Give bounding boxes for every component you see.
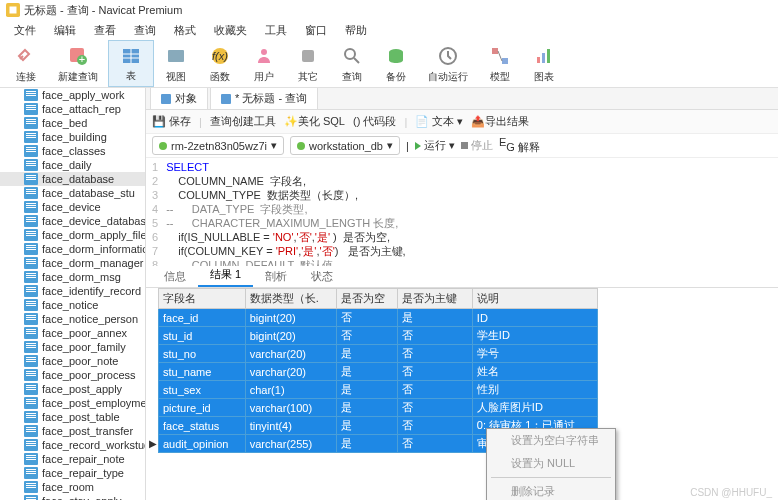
menu-tools[interactable]: 工具 xyxy=(257,21,295,40)
tree-item-face_post_transfer[interactable]: face_post_transfer xyxy=(0,424,145,438)
tree-item-face_database_stu[interactable]: face_database_stu xyxy=(0,186,145,200)
rtab-status[interactable]: 状态 xyxy=(299,266,345,287)
tree-item-face_database[interactable]: face_database xyxy=(0,172,145,186)
table-icon xyxy=(24,313,38,325)
beautify-button[interactable]: ✨美化 SQL xyxy=(284,114,345,129)
tree-item-face_bed[interactable]: face_bed xyxy=(0,116,145,130)
menu-view[interactable]: 查看 xyxy=(86,21,124,40)
db-select[interactable]: workstation_db▾ xyxy=(290,136,400,155)
svg-point-11 xyxy=(261,49,267,55)
table-row[interactable]: stu_sexchar(1)是否性别 xyxy=(159,381,598,399)
stop-button[interactable]: 停止 xyxy=(461,138,493,153)
table-icon xyxy=(24,117,38,129)
table-icon xyxy=(24,341,38,353)
tree-item-face_poor_process[interactable]: face_poor_process xyxy=(0,368,145,382)
rtab-profile[interactable]: 剖析 xyxy=(253,266,299,287)
col-header[interactable]: 说明 xyxy=(472,289,597,309)
other-button[interactable]: 其它 xyxy=(286,40,330,87)
plug-icon xyxy=(15,45,37,67)
table-icon xyxy=(24,271,38,283)
explain-button[interactable]: EG 解释 xyxy=(499,136,540,155)
table-row[interactable]: stu_novarchar(20)是否学号 xyxy=(159,345,598,363)
function-button[interactable]: f(x)函数 xyxy=(198,40,242,87)
tree-item-face_apply_work[interactable]: face_apply_work xyxy=(0,88,145,102)
backup-button[interactable]: 备份 xyxy=(374,40,418,87)
query-builder-button[interactable]: 查询创建工具 xyxy=(210,114,276,129)
menu-help[interactable]: 帮助 xyxy=(337,21,375,40)
result-grid[interactable]: 字段名数据类型（长.是否为空是否为主键说明face_idbigint(20)否是… xyxy=(146,288,778,453)
text-button[interactable]: 📄 文本 ▾ xyxy=(415,114,463,129)
tree-item-face_device[interactable]: face_device xyxy=(0,200,145,214)
server-select[interactable]: rm-2zetn83n05wz7i▾ xyxy=(152,136,284,155)
view-button[interactable]: 视图 xyxy=(154,40,198,87)
table-row[interactable]: face_idbigint(20)否是ID xyxy=(159,309,598,327)
tree-item-face_post_table[interactable]: face_post_table xyxy=(0,410,145,424)
user-button[interactable]: 用户 xyxy=(242,40,286,87)
tree-item-face_identify_record[interactable]: face_identify_record xyxy=(0,284,145,298)
menu-edit[interactable]: 编辑 xyxy=(46,21,84,40)
menu-format[interactable]: 格式 xyxy=(166,21,204,40)
table-row[interactable]: picture_idvarchar(100)是否人脸库图片ID xyxy=(159,399,598,417)
save-button[interactable]: 💾 保存 xyxy=(152,114,191,129)
table-icon xyxy=(24,411,38,423)
connection-row: rm-2zetn83n05wz7i▾ workstation_db▾ | 运行 … xyxy=(146,134,778,158)
tree-item-face_attach_rep[interactable]: face_attach_rep xyxy=(0,102,145,116)
table-row[interactable]: stu_namevarchar(20)是否姓名 xyxy=(159,363,598,381)
tree-item-face_poor_family[interactable]: face_poor_family xyxy=(0,340,145,354)
run-button[interactable]: 运行 ▾ xyxy=(415,138,455,153)
ctx-set-blank[interactable]: 设置为空白字符串 xyxy=(487,429,615,452)
tab-query[interactable]: * 无标题 - 查询 xyxy=(210,88,318,109)
autorun-button[interactable]: 自动运行 xyxy=(418,40,478,87)
query-button[interactable]: 查询 xyxy=(330,40,374,87)
menu-query[interactable]: 查询 xyxy=(126,21,164,40)
tree-item-face_poor_note[interactable]: face_poor_note xyxy=(0,354,145,368)
sql-editor[interactable]: 1 2 3 4 5 6 7 8 9SELECT COLUMN_NAME 字段名,… xyxy=(146,158,778,266)
ctx-delete[interactable]: 删除记录 xyxy=(487,480,615,500)
tree-item-face_dorm_msg[interactable]: face_dorm_msg xyxy=(0,270,145,284)
tree-item-face_record_workstudy[interactable]: face_record_workstudy xyxy=(0,438,145,452)
connect-button[interactable]: 连接 xyxy=(4,40,48,87)
menu-file[interactable]: 文件 xyxy=(6,21,44,40)
tree-item-face_building[interactable]: face_building xyxy=(0,130,145,144)
col-header[interactable]: 是否为空 xyxy=(336,289,398,309)
table-button[interactable]: 表 xyxy=(108,40,154,87)
tree-item-face_post_apply[interactable]: face_post_apply xyxy=(0,382,145,396)
table-icon xyxy=(24,257,38,269)
table-icon xyxy=(24,453,38,465)
tree-item-face_dorm_apply_file[interactable]: face_dorm_apply_file xyxy=(0,228,145,242)
svg-rect-21 xyxy=(542,53,545,63)
tree-item-face_notice[interactable]: face_notice xyxy=(0,298,145,312)
tree-item-face_device_database[interactable]: face_device_database xyxy=(0,214,145,228)
tree-item-face_post_employment[interactable]: face_post_employment xyxy=(0,396,145,410)
svg-rect-18 xyxy=(502,58,508,64)
tree-item-face_room[interactable]: face_room xyxy=(0,480,145,494)
tree-item-face_dorm_information[interactable]: face_dorm_information xyxy=(0,242,145,256)
tree-item-face_daily[interactable]: face_daily xyxy=(0,158,145,172)
snippet-button[interactable]: () 代码段 xyxy=(353,114,396,129)
export-button[interactable]: 📤导出结果 xyxy=(471,114,529,129)
backup-icon xyxy=(385,45,407,67)
tab-object[interactable]: 对象 xyxy=(150,88,208,109)
tree-item-face_stay_apply[interactable]: face_stay_apply xyxy=(0,494,145,500)
model-icon xyxy=(489,45,511,67)
tree-item-face_classes[interactable]: face_classes xyxy=(0,144,145,158)
menubar: 文件 编辑 查看 查询 格式 收藏夹 工具 窗口 帮助 xyxy=(0,20,778,40)
tree-item-face_dorm_manager[interactable]: face_dorm_manager xyxy=(0,256,145,270)
new-query-button[interactable]: +新建查询 xyxy=(48,40,108,87)
tree-item-face_notice_person[interactable]: face_notice_person xyxy=(0,312,145,326)
col-header[interactable]: 字段名 xyxy=(159,289,246,309)
rtab-result[interactable]: 结果 1 xyxy=(198,264,253,287)
ctx-set-null[interactable]: 设置为 NULL xyxy=(487,452,615,475)
tree-item-face_poor_annex[interactable]: face_poor_annex xyxy=(0,326,145,340)
menu-favorites[interactable]: 收藏夹 xyxy=(206,21,255,40)
tree-item-face_repair_type[interactable]: face_repair_type xyxy=(0,466,145,480)
menu-window[interactable]: 窗口 xyxy=(297,21,335,40)
chart-button[interactable]: 图表 xyxy=(522,40,566,87)
col-header[interactable]: 是否为主键 xyxy=(398,289,473,309)
rtab-info[interactable]: 信息 xyxy=(152,266,198,287)
col-header[interactable]: 数据类型（长. xyxy=(245,289,336,309)
chart-icon xyxy=(533,45,555,67)
tree-item-face_repair_note[interactable]: face_repair_note xyxy=(0,452,145,466)
model-button[interactable]: 模型 xyxy=(478,40,522,87)
table-row[interactable]: stu_idbigint(20)否否学生ID xyxy=(159,327,598,345)
